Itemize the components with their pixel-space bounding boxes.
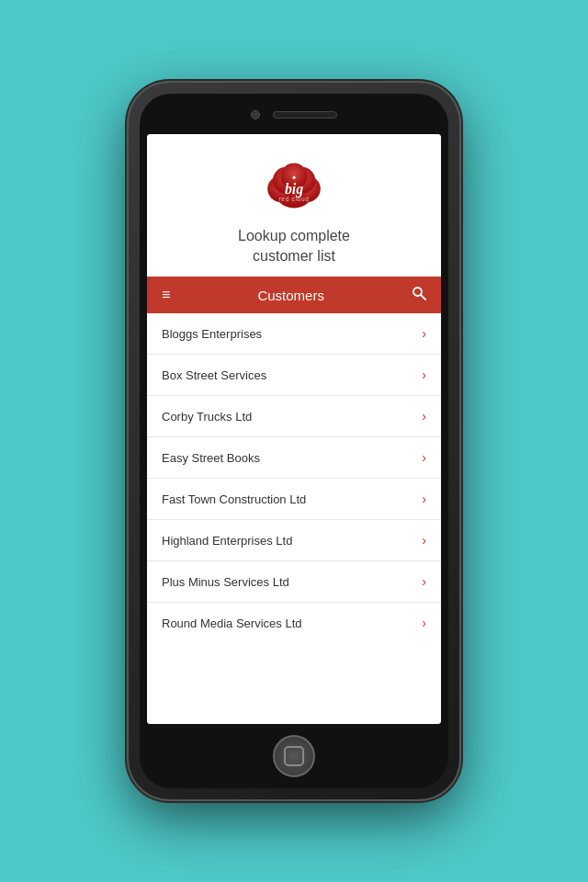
- search-icon[interactable]: [406, 282, 432, 308]
- phone-inner: ✦ big red cloud Lookup complete customer…: [140, 94, 448, 788]
- customer-name: Box Street Services: [162, 368, 266, 382]
- customer-name: Round Media Services Ltd: [162, 616, 301, 630]
- customer-name: Highland Enterprises Ltd: [162, 534, 292, 548]
- customer-name: Plus Minus Services Ltd: [162, 575, 289, 589]
- customer-name: Corby Trucks Ltd: [162, 410, 252, 424]
- chevron-right-icon: ›: [422, 574, 426, 589]
- customer-name: Bloggs Enterprises: [162, 327, 262, 341]
- list-item[interactable]: Box Street Services ›: [147, 355, 441, 396]
- home-button-inner: [284, 746, 304, 766]
- list-item[interactable]: Bloggs Enterprises ›: [147, 313, 441, 355]
- chevron-right-icon: ›: [422, 492, 426, 506]
- svg-text:big: big: [285, 181, 303, 198]
- svg-text:red cloud: red cloud: [278, 196, 309, 202]
- list-item[interactable]: Fast Town Construction Ltd ›: [147, 479, 441, 520]
- customer-list: Bloggs Enterprises › Box Street Services…: [147, 313, 441, 724]
- logo-area: ✦ big red cloud Lookup complete customer…: [147, 134, 441, 277]
- chevron-right-icon: ›: [422, 533, 426, 548]
- chevron-right-icon: ›: [422, 409, 426, 424]
- chevron-right-icon: ›: [422, 450, 426, 465]
- speaker: [273, 111, 337, 119]
- svg-line-10: [421, 295, 425, 300]
- screen-content: ✦ big red cloud Lookup complete customer…: [147, 134, 441, 724]
- phone-top-bar: [220, 107, 368, 123]
- camera: [251, 110, 260, 119]
- chevron-right-icon: ›: [422, 368, 426, 382]
- phone-frame: ✦ big red cloud Lookup complete customer…: [129, 83, 459, 799]
- chevron-right-icon: ›: [422, 326, 426, 341]
- hamburger-icon[interactable]: ≡: [156, 283, 175, 307]
- phone-screen: ✦ big red cloud Lookup complete customer…: [147, 134, 441, 724]
- nav-title: Customers: [175, 288, 406, 303]
- list-item[interactable]: Highland Enterprises Ltd ›: [147, 520, 441, 561]
- customer-name: Fast Town Construction Ltd: [162, 492, 306, 506]
- chevron-right-icon: ›: [422, 616, 426, 630]
- list-item[interactable]: Plus Minus Services Ltd ›: [147, 561, 441, 603]
- list-item[interactable]: Round Media Services Ltd ›: [147, 603, 441, 643]
- customer-name: Easy Street Books: [162, 451, 260, 465]
- home-button[interactable]: [273, 735, 315, 777]
- list-item[interactable]: Easy Street Books ›: [147, 437, 441, 479]
- app-logo: ✦ big red cloud: [261, 153, 327, 219]
- logo-tagline: Lookup complete customer list: [238, 226, 350, 266]
- list-item[interactable]: Corby Trucks Ltd ›: [147, 396, 441, 437]
- nav-bar: ≡ Customers: [147, 277, 441, 313]
